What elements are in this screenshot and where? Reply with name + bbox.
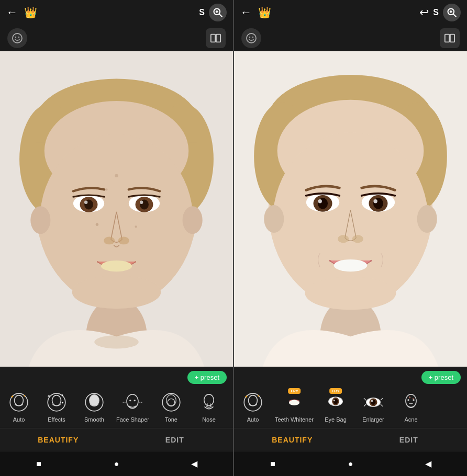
left-tool-smooth-icon-wrap (82, 390, 106, 414)
right-image-area (234, 51, 467, 367)
acne-icon (400, 391, 422, 413)
svg-point-51 (130, 400, 131, 401)
right-preset-button[interactable]: + preset (421, 371, 461, 384)
right-tab-bar: BEAUTIFY EDIT (234, 428, 467, 451)
right-tool-enlarger[interactable]: Enlarger (354, 388, 392, 425)
left-tab-beautify[interactable]: BEAUTIFY (0, 428, 117, 451)
right-face-icon-button[interactable] (241, 28, 261, 48)
svg-point-89 (334, 259, 368, 271)
right-undo-button[interactable]: ↩ (419, 6, 429, 19)
right-crown-icon[interactable]: 👑 (258, 6, 271, 19)
svg-point-38 (94, 335, 139, 348)
tone-icon (160, 391, 182, 413)
svg-point-86 (373, 199, 377, 203)
right-tool-teeth-whitener[interactable]: TRY Teeth Whitener (272, 388, 317, 425)
left-s-label: S (199, 8, 205, 17)
right-preset-row: + preset (234, 367, 467, 386)
right-nav-home[interactable]: ● (342, 456, 359, 472)
right-nav-stop[interactable]: ■ (264, 456, 281, 472)
svg-point-36 (115, 174, 118, 177)
svg-point-88 (352, 235, 363, 243)
zoom-icon (213, 7, 223, 18)
left-tool-face-shaper[interactable]: Face Shaper (113, 388, 152, 425)
left-face-icon-button[interactable] (7, 28, 27, 48)
try-badge-eye-bag: TRY (329, 388, 342, 394)
smiley-icon (11, 32, 24, 44)
svg-point-28 (84, 201, 87, 204)
svg-point-78 (417, 205, 437, 233)
right-tool-auto[interactable]: ✦ ✦ Auto (234, 388, 272, 425)
left-tool-effects-label: Effects (48, 416, 65, 423)
left-tool-nose-icon-wrap (197, 390, 221, 414)
compare-icon-right (444, 32, 455, 44)
right-tool-teeth-label: Teeth Whitener (275, 416, 314, 423)
right-tool-icons-row: ✦ ✦ Auto TRY Tee (234, 386, 467, 428)
left-tool-smooth[interactable]: Smooth (75, 388, 113, 425)
right-nav-back[interactable]: ◀ (420, 456, 437, 472)
svg-point-95 (289, 400, 299, 405)
left-tool-icons-row: ✦ ✦ Auto ✦ ✦ ✦ E (0, 386, 233, 428)
effects-icon: ✦ ✦ ✦ (46, 391, 68, 413)
left-tool-effects[interactable]: ✦ ✦ ✦ Effects (38, 388, 75, 425)
left-nav-back[interactable]: ◀ (186, 456, 203, 472)
enlarger-icon (362, 391, 384, 413)
svg-text:✦: ✦ (10, 394, 14, 399)
left-tool-auto[interactable]: ✦ ✦ Auto (0, 388, 38, 425)
svg-point-20 (30, 206, 50, 234)
svg-point-33 (96, 223, 98, 226)
svg-rect-8 (216, 35, 220, 42)
right-zoom-button[interactable] (443, 4, 461, 21)
left-tool-face-shaper-icon-wrap (120, 390, 144, 414)
svg-point-90 (305, 277, 396, 310)
svg-rect-65 (450, 35, 454, 42)
svg-point-6 (18, 37, 19, 38)
smooth-icon (83, 391, 105, 413)
svg-point-52 (134, 400, 136, 401)
left-tool-auto-icon-wrap: ✦ ✦ (7, 390, 31, 414)
left-nav-home[interactable]: ● (108, 456, 125, 472)
left-image-area (0, 51, 233, 367)
face-shaper-icon (121, 391, 143, 413)
right-compare-button[interactable] (440, 28, 460, 48)
svg-text:✦: ✦ (244, 394, 248, 399)
svg-point-62 (249, 37, 250, 38)
left-nav-stop[interactable]: ■ (30, 456, 47, 472)
left-top-bar-left: ← 👑 (6, 6, 37, 19)
left-tool-smooth-label: Smooth (84, 416, 104, 423)
svg-point-37 (72, 276, 161, 309)
svg-point-21 (183, 206, 203, 234)
right-back-button[interactable]: ← (240, 7, 252, 18)
left-tab-edit[interactable]: EDIT (117, 428, 234, 451)
smiley-icon-right (245, 32, 258, 44)
teeth-icon (283, 391, 305, 413)
svg-point-105 (407, 399, 409, 401)
left-tool-tone[interactable]: Tone (152, 388, 190, 425)
svg-rect-7 (211, 35, 215, 42)
right-tab-beautify[interactable]: BEAUTIFY (234, 428, 351, 451)
zoom-icon-right (447, 7, 457, 18)
right-bottom-toolbar: + preset ✦ ✦ Auto TRY (234, 367, 467, 451)
svg-text:✦: ✦ (257, 394, 260, 398)
svg-point-107 (409, 396, 410, 398)
left-tool-nose[interactable]: Nose (190, 388, 228, 425)
left-compare-button[interactable] (206, 28, 226, 48)
right-tool-acne-label: Acne (404, 416, 417, 423)
left-back-button[interactable]: ← (6, 7, 18, 18)
left-face-photo (0, 51, 233, 367)
left-crown-icon[interactable]: 👑 (24, 6, 37, 19)
right-tool-teeth-icon-wrap: TRY (282, 390, 306, 414)
svg-point-5 (15, 37, 16, 38)
left-zoom-button[interactable] (209, 4, 227, 21)
left-preset-button[interactable]: + preset (187, 371, 227, 384)
left-tool-auto-label: Auto (13, 416, 25, 423)
nose-icon (198, 391, 220, 413)
left-top-bar: ← 👑 S (0, 0, 233, 25)
left-preset-row: + preset (0, 367, 233, 386)
right-tab-edit[interactable]: EDIT (351, 428, 468, 451)
right-tool-acne[interactable]: Acne (392, 388, 430, 425)
right-tool-eye-bag-label: Eye Bag (325, 416, 347, 423)
svg-point-30 (104, 236, 115, 244)
right-tool-eye-bag[interactable]: TRY Eye Bag (317, 388, 354, 425)
left-tool-face-shaper-label: Face Shaper (116, 416, 149, 423)
left-tab-bar: BEAUTIFY EDIT (0, 428, 233, 451)
